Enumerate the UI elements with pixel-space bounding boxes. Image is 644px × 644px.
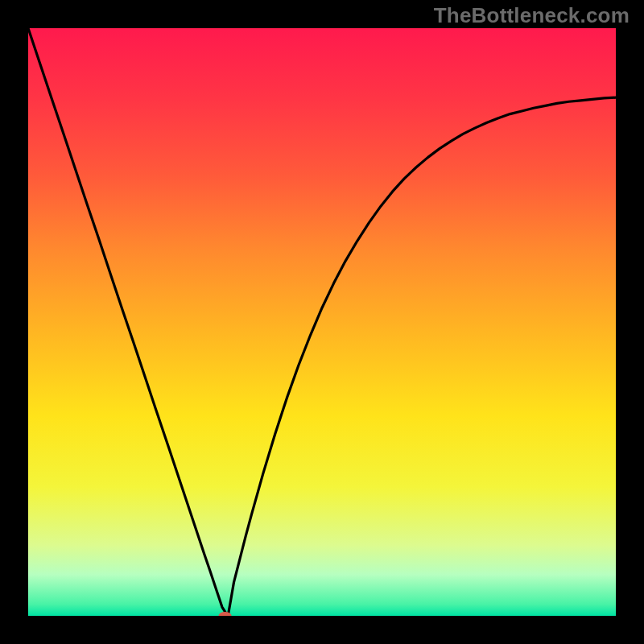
plot-area xyxy=(28,28,616,616)
watermark-text: TheBottleneck.com xyxy=(434,3,630,28)
chart-container: TheBottleneck.com xyxy=(0,0,644,644)
gradient-background xyxy=(28,28,616,616)
